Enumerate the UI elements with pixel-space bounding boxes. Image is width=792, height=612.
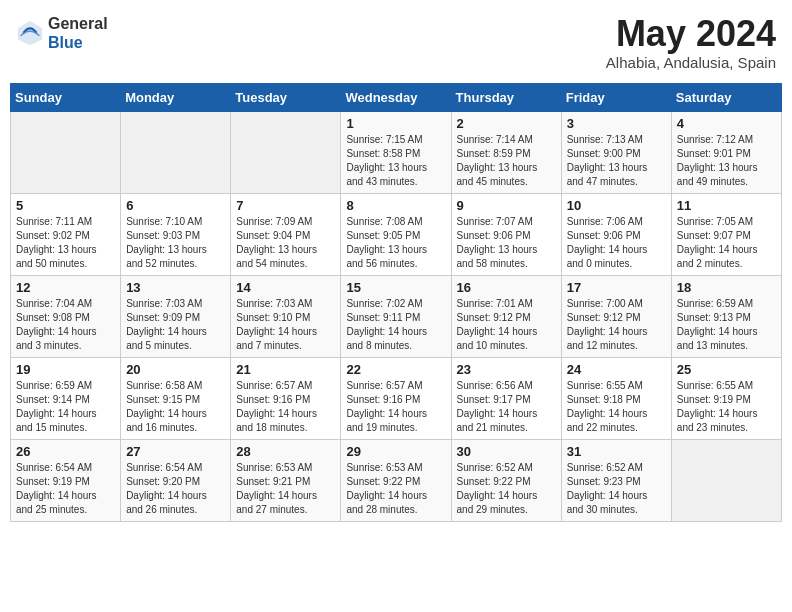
- day-info: Sunrise: 6:59 AM Sunset: 9:13 PM Dayligh…: [677, 297, 776, 353]
- day-info: Sunrise: 7:07 AM Sunset: 9:06 PM Dayligh…: [457, 215, 556, 271]
- location-title: Alhabia, Andalusia, Spain: [606, 54, 776, 71]
- day-number: 9: [457, 198, 556, 213]
- day-info: Sunrise: 7:14 AM Sunset: 8:59 PM Dayligh…: [457, 133, 556, 189]
- logo-general: General: [48, 14, 108, 33]
- calendar-cell: 21Sunrise: 6:57 AM Sunset: 9:16 PM Dayli…: [231, 357, 341, 439]
- calendar-cell: 27Sunrise: 6:54 AM Sunset: 9:20 PM Dayli…: [121, 439, 231, 521]
- day-info: Sunrise: 7:13 AM Sunset: 9:00 PM Dayligh…: [567, 133, 666, 189]
- calendar-header-row: SundayMondayTuesdayWednesdayThursdayFrid…: [11, 83, 782, 111]
- day-number: 4: [677, 116, 776, 131]
- day-info: Sunrise: 7:00 AM Sunset: 9:12 PM Dayligh…: [567, 297, 666, 353]
- calendar-cell: 4Sunrise: 7:12 AM Sunset: 9:01 PM Daylig…: [671, 111, 781, 193]
- calendar-week-row: 1Sunrise: 7:15 AM Sunset: 8:58 PM Daylig…: [11, 111, 782, 193]
- day-number: 28: [236, 444, 335, 459]
- logo-text: General Blue: [48, 14, 108, 52]
- day-number: 15: [346, 280, 445, 295]
- day-number: 18: [677, 280, 776, 295]
- day-header-tuesday: Tuesday: [231, 83, 341, 111]
- calendar-cell: [231, 111, 341, 193]
- calendar-week-row: 5Sunrise: 7:11 AM Sunset: 9:02 PM Daylig…: [11, 193, 782, 275]
- calendar-cell: 17Sunrise: 7:00 AM Sunset: 9:12 PM Dayli…: [561, 275, 671, 357]
- calendar-cell: [121, 111, 231, 193]
- day-number: 16: [457, 280, 556, 295]
- day-number: 27: [126, 444, 225, 459]
- day-info: Sunrise: 6:56 AM Sunset: 9:17 PM Dayligh…: [457, 379, 556, 435]
- day-info: Sunrise: 6:53 AM Sunset: 9:21 PM Dayligh…: [236, 461, 335, 517]
- calendar-cell: 9Sunrise: 7:07 AM Sunset: 9:06 PM Daylig…: [451, 193, 561, 275]
- calendar-cell: 23Sunrise: 6:56 AM Sunset: 9:17 PM Dayli…: [451, 357, 561, 439]
- calendar-cell: 5Sunrise: 7:11 AM Sunset: 9:02 PM Daylig…: [11, 193, 121, 275]
- svg-marker-0: [18, 21, 42, 45]
- day-info: Sunrise: 6:52 AM Sunset: 9:22 PM Dayligh…: [457, 461, 556, 517]
- day-info: Sunrise: 7:09 AM Sunset: 9:04 PM Dayligh…: [236, 215, 335, 271]
- calendar-cell: 28Sunrise: 6:53 AM Sunset: 9:21 PM Dayli…: [231, 439, 341, 521]
- title-block: May 2024 Alhabia, Andalusia, Spain: [606, 14, 776, 71]
- day-number: 1: [346, 116, 445, 131]
- page-header: General Blue May 2024 Alhabia, Andalusia…: [10, 10, 782, 75]
- calendar-cell: 11Sunrise: 7:05 AM Sunset: 9:07 PM Dayli…: [671, 193, 781, 275]
- day-header-wednesday: Wednesday: [341, 83, 451, 111]
- day-number: 20: [126, 362, 225, 377]
- logo-blue: Blue: [48, 33, 108, 52]
- day-number: 24: [567, 362, 666, 377]
- calendar-cell: [11, 111, 121, 193]
- calendar-week-row: 12Sunrise: 7:04 AM Sunset: 9:08 PM Dayli…: [11, 275, 782, 357]
- day-number: 17: [567, 280, 666, 295]
- day-number: 29: [346, 444, 445, 459]
- day-info: Sunrise: 6:55 AM Sunset: 9:19 PM Dayligh…: [677, 379, 776, 435]
- day-number: 5: [16, 198, 115, 213]
- calendar-cell: 8Sunrise: 7:08 AM Sunset: 9:05 PM Daylig…: [341, 193, 451, 275]
- day-number: 2: [457, 116, 556, 131]
- calendar-cell: 2Sunrise: 7:14 AM Sunset: 8:59 PM Daylig…: [451, 111, 561, 193]
- day-header-monday: Monday: [121, 83, 231, 111]
- day-number: 22: [346, 362, 445, 377]
- day-info: Sunrise: 6:52 AM Sunset: 9:23 PM Dayligh…: [567, 461, 666, 517]
- day-number: 6: [126, 198, 225, 213]
- calendar-week-row: 26Sunrise: 6:54 AM Sunset: 9:19 PM Dayli…: [11, 439, 782, 521]
- calendar-cell: 30Sunrise: 6:52 AM Sunset: 9:22 PM Dayli…: [451, 439, 561, 521]
- calendar-cell: 10Sunrise: 7:06 AM Sunset: 9:06 PM Dayli…: [561, 193, 671, 275]
- day-info: Sunrise: 7:04 AM Sunset: 9:08 PM Dayligh…: [16, 297, 115, 353]
- calendar-cell: 16Sunrise: 7:01 AM Sunset: 9:12 PM Dayli…: [451, 275, 561, 357]
- day-info: Sunrise: 7:08 AM Sunset: 9:05 PM Dayligh…: [346, 215, 445, 271]
- day-info: Sunrise: 6:57 AM Sunset: 9:16 PM Dayligh…: [346, 379, 445, 435]
- calendar-week-row: 19Sunrise: 6:59 AM Sunset: 9:14 PM Dayli…: [11, 357, 782, 439]
- day-info: Sunrise: 7:03 AM Sunset: 9:09 PM Dayligh…: [126, 297, 225, 353]
- day-info: Sunrise: 6:57 AM Sunset: 9:16 PM Dayligh…: [236, 379, 335, 435]
- calendar-cell: 13Sunrise: 7:03 AM Sunset: 9:09 PM Dayli…: [121, 275, 231, 357]
- logo-icon: [16, 19, 44, 47]
- day-info: Sunrise: 6:53 AM Sunset: 9:22 PM Dayligh…: [346, 461, 445, 517]
- day-number: 12: [16, 280, 115, 295]
- day-header-thursday: Thursday: [451, 83, 561, 111]
- day-header-saturday: Saturday: [671, 83, 781, 111]
- calendar-cell: 15Sunrise: 7:02 AM Sunset: 9:11 PM Dayli…: [341, 275, 451, 357]
- calendar-cell: 18Sunrise: 6:59 AM Sunset: 9:13 PM Dayli…: [671, 275, 781, 357]
- month-title: May 2024: [606, 14, 776, 54]
- day-number: 8: [346, 198, 445, 213]
- calendar-cell: 1Sunrise: 7:15 AM Sunset: 8:58 PM Daylig…: [341, 111, 451, 193]
- day-info: Sunrise: 7:06 AM Sunset: 9:06 PM Dayligh…: [567, 215, 666, 271]
- calendar-cell: 12Sunrise: 7:04 AM Sunset: 9:08 PM Dayli…: [11, 275, 121, 357]
- day-info: Sunrise: 6:58 AM Sunset: 9:15 PM Dayligh…: [126, 379, 225, 435]
- calendar-cell: 19Sunrise: 6:59 AM Sunset: 9:14 PM Dayli…: [11, 357, 121, 439]
- day-number: 7: [236, 198, 335, 213]
- day-info: Sunrise: 7:11 AM Sunset: 9:02 PM Dayligh…: [16, 215, 115, 271]
- calendar-cell: 20Sunrise: 6:58 AM Sunset: 9:15 PM Dayli…: [121, 357, 231, 439]
- calendar-cell: 7Sunrise: 7:09 AM Sunset: 9:04 PM Daylig…: [231, 193, 341, 275]
- day-number: 25: [677, 362, 776, 377]
- day-info: Sunrise: 6:54 AM Sunset: 9:20 PM Dayligh…: [126, 461, 225, 517]
- calendar-cell: 31Sunrise: 6:52 AM Sunset: 9:23 PM Dayli…: [561, 439, 671, 521]
- calendar-cell: 14Sunrise: 7:03 AM Sunset: 9:10 PM Dayli…: [231, 275, 341, 357]
- day-number: 31: [567, 444, 666, 459]
- day-number: 26: [16, 444, 115, 459]
- day-info: Sunrise: 7:12 AM Sunset: 9:01 PM Dayligh…: [677, 133, 776, 189]
- day-info: Sunrise: 6:55 AM Sunset: 9:18 PM Dayligh…: [567, 379, 666, 435]
- day-info: Sunrise: 7:02 AM Sunset: 9:11 PM Dayligh…: [346, 297, 445, 353]
- day-number: 19: [16, 362, 115, 377]
- day-number: 23: [457, 362, 556, 377]
- calendar-cell: 25Sunrise: 6:55 AM Sunset: 9:19 PM Dayli…: [671, 357, 781, 439]
- calendar-cell: 6Sunrise: 7:10 AM Sunset: 9:03 PM Daylig…: [121, 193, 231, 275]
- day-number: 30: [457, 444, 556, 459]
- day-info: Sunrise: 7:15 AM Sunset: 8:58 PM Dayligh…: [346, 133, 445, 189]
- day-info: Sunrise: 7:05 AM Sunset: 9:07 PM Dayligh…: [677, 215, 776, 271]
